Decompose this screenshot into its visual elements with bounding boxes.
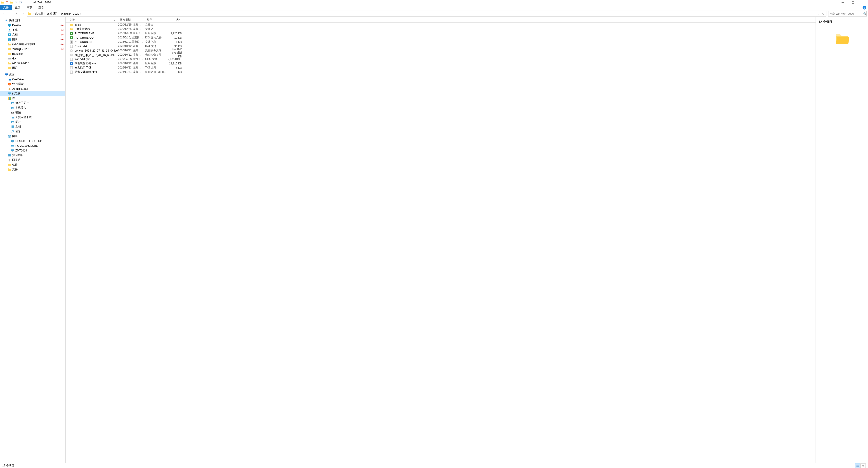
address-dropdown[interactable]: ⌄ (816, 11, 821, 16)
tree-item-label: excel表格制作求和 (12, 42, 35, 46)
back-button[interactable]: ← (1, 11, 7, 17)
search-box[interactable]: 🔍 (828, 11, 867, 17)
file-row[interactable]: <>硬盘安装教程.html2016/11/21, 星期一 2...360 se … (66, 70, 815, 74)
file-date: 2020/10/12, 星期一 1... (118, 62, 145, 65)
tree-item[interactable]: 图片 (0, 120, 65, 124)
folder-icon (8, 163, 11, 167)
qat-delete-icon[interactable]: ✕ (14, 1, 18, 4)
view-details-button[interactable] (855, 464, 861, 468)
tree-item[interactable]: Bandicam (0, 51, 65, 56)
file-row[interactable]: pe_yqs_xp_20_07_31_15_53.iso2020/10/12, … (66, 53, 815, 57)
tree-item[interactable]: OneDrive (0, 77, 65, 82)
forward-button[interactable]: → (8, 11, 13, 17)
tree-item[interactable]: 控制面板 (0, 153, 65, 158)
file-row[interactable]: U盘安装教程2020/12/25, 星期五 1...文件夹 (66, 27, 815, 31)
column-name[interactable]: 名称⌄ (66, 17, 118, 22)
tree-item[interactable]: excel表格制作求和📌 (0, 42, 65, 46)
iso-icon (70, 49, 73, 53)
file-row[interactable]: 本地硬盘安装.exe2020/10/12, 星期一 1...应用程序28,315… (66, 61, 815, 66)
tree-item[interactable]: 软件 (0, 162, 65, 167)
qat-dropdown-icon[interactable]: ▾ (24, 1, 27, 4)
tree-item[interactable]: 音乐 (0, 129, 65, 134)
file-date: 2020/10/12, 星期一 1... (118, 44, 145, 48)
search-input[interactable] (829, 12, 863, 15)
file-row[interactable]: AUTORUN.EXE2016/1/8, 星期五 04:...应用程序1,926… (66, 31, 815, 35)
column-date[interactable]: 修改日期 (118, 17, 145, 22)
svg-point-38 (9, 155, 9, 156)
tree-item[interactable]: 保存的图片 (0, 101, 65, 105)
chevron-right-icon[interactable]: › (44, 12, 46, 15)
file-name: 光盘说明.TXT (74, 66, 118, 70)
user-icon (8, 87, 11, 91)
breadcrumb-segment[interactable]: 此电脑 (34, 12, 44, 15)
svg-rect-6 (9, 26, 10, 27)
tree-item[interactable]: PC-20190530OBLA (0, 143, 65, 148)
tree-item[interactable]: 下载📌 (0, 28, 65, 32)
tree-item[interactable]: 视频 (0, 110, 65, 115)
ribbon-tab-share[interactable]: 共享 (24, 5, 35, 10)
chevron-right-icon[interactable]: › (58, 12, 60, 15)
qat-rename-icon[interactable] (19, 1, 22, 4)
tree-item[interactable]: YUNQISHI2019📌 (0, 46, 65, 51)
refresh-button[interactable]: ↻ (821, 11, 826, 16)
file-row[interactable]: AUTORUN.INF2015/5/10, 星期日 02...安装信息1 KB (66, 40, 815, 44)
tree-item-label: 网络 (12, 134, 18, 138)
tree-item-label: ZMT2019 (16, 149, 27, 152)
search-icon[interactable]: 🔍 (863, 12, 867, 15)
tree-item[interactable]: 库 (0, 96, 65, 101)
close-button[interactable] (858, 0, 868, 5)
tree-item[interactable]: 文件 (0, 167, 65, 172)
maximize-button[interactable] (848, 0, 858, 5)
tree-item[interactable]: 此电脑 (0, 91, 65, 96)
tree-item[interactable]: 回收站 (0, 158, 65, 162)
tree-item[interactable]: 天翼云盘下载 (0, 115, 65, 120)
column-type[interactable]: 类型 (145, 17, 168, 22)
tree-item[interactable]: 图片 (0, 66, 65, 70)
tree-item[interactable]: 网络 (0, 134, 65, 138)
file-name: Tools (74, 23, 118, 27)
file-row[interactable]: Tools2020/12/25, 星期五 1...文件夹 (66, 23, 815, 27)
txt-icon (70, 66, 73, 70)
minimize-button[interactable] (837, 0, 848, 5)
view-icons-button[interactable] (860, 464, 866, 468)
svg-rect-33 (11, 145, 14, 147)
tree-item[interactable]: Administrator (0, 86, 65, 91)
file-row[interactable]: Win7x64.gho2019/9/7, 星期六 19:...GHO 文件2,9… (66, 57, 815, 61)
recent-dropdown[interactable]: ▾ (14, 11, 20, 17)
tree-item[interactable]: win7重装win7 (0, 61, 65, 66)
up-button[interactable]: ↑ (20, 11, 26, 17)
tree-item[interactable]: 文档 (0, 124, 65, 129)
breadcrumb-segment[interactable]: Win7x64_2020 (60, 12, 80, 15)
folder-icon (8, 62, 11, 65)
ribbon-tab-view[interactable]: 查看 (35, 5, 47, 10)
breadcrumb-segment[interactable]: 文档 (E:) (46, 12, 58, 15)
tree-item[interactable]: 图片📌 (0, 37, 65, 42)
ribbon-tab-file[interactable]: 文件 (0, 5, 12, 10)
ribbon-expand-icon[interactable]: ⌄ (859, 6, 861, 9)
address-bar[interactable]: › 此电脑› 文档 (E:)› Win7x64_2020› ⌄ ↻ (27, 11, 827, 17)
tree-item[interactable]: ZMT2019 (0, 148, 65, 153)
qat-newfolder-icon[interactable] (10, 1, 13, 4)
column-size[interactable]: 大小 (168, 17, 184, 22)
tree-item[interactable]: WWPS网盘 (0, 82, 65, 86)
chevron-right-icon[interactable]: › (32, 12, 34, 15)
tree-item[interactable]: DESKTOP-LSSOEDP (0, 138, 65, 143)
file-size: 5 KB (168, 66, 184, 69)
svg-rect-40 (8, 159, 11, 159)
ribbon-tab-home[interactable]: 主页 (12, 5, 24, 10)
tree-item[interactable]: 文档📌 (0, 32, 65, 37)
svg-point-14 (10, 59, 11, 59)
qat-properties-icon[interactable]: ☑ (5, 1, 8, 4)
file-row[interactable]: 光盘说明.TXT2016/10/23, 星期日 0...TXT 文件5 KB (66, 66, 815, 70)
help-button[interactable]: ? (863, 6, 866, 9)
tree-item[interactable]: 本机照片 (0, 105, 65, 110)
chevron-right-icon[interactable]: › (80, 12, 82, 15)
tree-item[interactable]: 桌面 (0, 72, 65, 77)
tree-item[interactable]: G:\ (0, 56, 65, 61)
column-headers: 名称⌄ 修改日期 类型 大小 (66, 17, 815, 23)
file-row[interactable]: AUTORUN.ICO2015/5/10, 星期日 02...ICO 图片文件1… (66, 35, 815, 40)
file-type: 应用程序 (145, 31, 168, 35)
tree-item[interactable]: ★快速访问 (0, 18, 65, 23)
tree-item[interactable]: Desktop📌 (0, 23, 65, 28)
svg-rect-32 (12, 142, 13, 143)
